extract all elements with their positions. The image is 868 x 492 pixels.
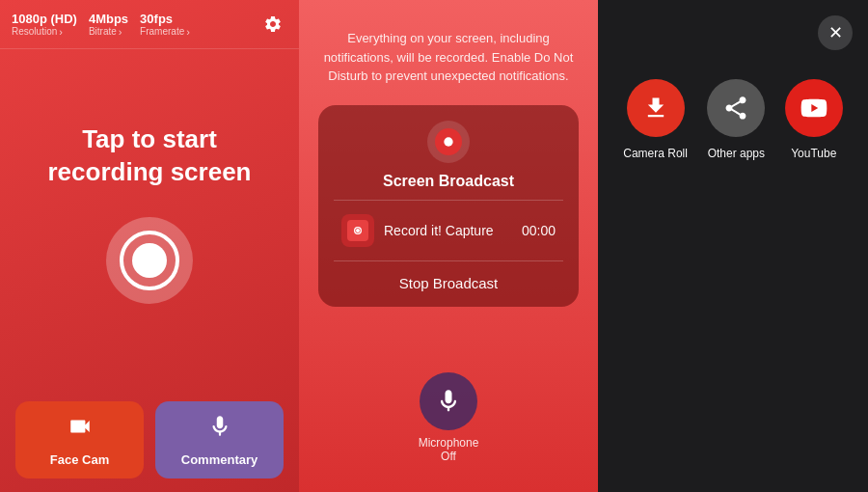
main-content: Tap to start recording screen [48,49,252,388]
camera-roll-label: Camera Roll [623,147,688,160]
framerate-value: 30fps [140,12,173,26]
notice-text: Everything on your screen, including not… [318,29,579,86]
record-dot [132,243,167,278]
app-name-text: Record it! Capture [384,223,494,238]
broadcast-timer: 00:00 [522,223,556,238]
app-icon-inner [347,220,368,241]
broadcast-divider [334,200,563,201]
app-info: Record it! Capture [341,214,494,247]
framerate-item[interactable]: 30fps Framerate [140,12,190,38]
broadcast-record-dot [435,128,462,155]
face-cam-button[interactable]: Face Cam [15,401,144,478]
svg-point-2 [356,229,360,232]
commentary-label: Commentary [181,452,258,467]
commentary-button[interactable]: Commentary [155,401,284,478]
settings-button[interactable] [258,10,287,39]
camera-roll-icon-circle [627,79,685,137]
svg-point-0 [444,137,452,146]
middle-panel: Everything on your screen, including not… [299,0,598,492]
microphone-icon [435,388,462,415]
other-apps-label: Other apps [708,147,765,160]
tap-title: Tap to start recording screen [48,123,252,189]
share-option-youtube[interactable]: YouTube [785,79,843,160]
youtube-icon-circle [785,79,843,137]
face-cam-icon [68,414,93,445]
bitrate-item[interactable]: 4Mbps Bitrate [89,12,128,38]
resolution-label: Resolution [12,26,63,38]
mic-section: Microphone Off [419,372,479,473]
gear-icon [263,14,283,34]
bottom-buttons: Face Cam Commentary [0,388,299,492]
record-icon [442,135,455,149]
youtube-icon [799,93,829,123]
resolution-value: 1080p (HD) [12,12,77,26]
framerate-label: Framerate [140,26,190,38]
share-options: Camera Roll Other apps YouTube [613,69,853,170]
broadcast-app-row: Record it! Capture 00:00 [334,210,563,251]
record-button[interactable] [106,217,193,304]
share-option-camera-roll[interactable]: Camera Roll [623,79,688,160]
mic-label: Microphone Off [419,436,479,463]
resolution-item[interactable]: 1080p (HD) Resolution [12,12,77,38]
broadcast-record-circle [427,121,470,163]
close-button[interactable]: ✕ [818,15,853,50]
bitrate-value: 4Mbps [89,12,128,26]
broadcast-divider-2 [334,260,563,261]
youtube-label: YouTube [791,147,836,160]
face-cam-label: Face Cam [50,452,109,467]
share-option-other-apps[interactable]: Other apps [707,79,765,160]
left-panel: 1080p (HD) Resolution 4Mbps Bitrate 30fp… [0,0,299,492]
other-apps-icon-circle [707,79,765,137]
app-icon [341,214,374,247]
stop-broadcast-button[interactable]: Stop Broadcast [334,271,563,295]
camera-roll-icon [642,95,669,122]
bitrate-label: Bitrate [89,26,122,38]
record-ring [120,231,179,290]
share-icon [722,95,749,122]
top-bar: 1080p (HD) Resolution 4Mbps Bitrate 30fp… [0,0,299,49]
microphone-button[interactable] [420,372,477,430]
broadcast-title: Screen Broadcast [383,173,514,190]
right-panel: ✕ Camera Roll Other apps [598,0,868,492]
broadcast-card: Screen Broadcast Record it! Capture 00:0… [318,105,579,307]
commentary-icon [207,414,232,445]
